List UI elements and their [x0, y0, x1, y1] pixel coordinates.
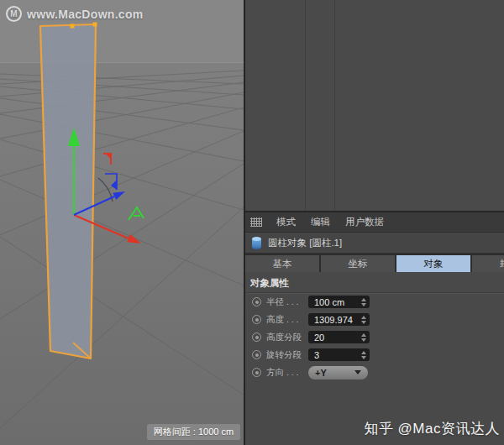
object-title: 圆柱对象 [圆柱.1]	[268, 237, 342, 249]
height-input[interactable]: 1309.974	[308, 313, 370, 326]
rotation-segments-input[interactable]: 3	[308, 348, 370, 361]
object-title-row: 圆柱对象 [圆柱.1]	[245, 233, 504, 254]
property-label: 高度 . . .	[266, 314, 302, 326]
empty-panel-area	[245, 0, 504, 212]
property-row-orientation: 方向 . . . +Y	[245, 364, 504, 381]
stepper-arrows-icon[interactable]	[361, 351, 366, 359]
chevron-down-icon	[354, 370, 361, 374]
radius-value[interactable]: 100 cm	[314, 297, 361, 307]
watermark-text: www.MacDown.com	[27, 8, 144, 21]
keyframe-circle-icon[interactable]	[252, 368, 261, 377]
menu-user-data[interactable]: 用户数据	[338, 216, 391, 228]
menu-mode[interactable]: 模式	[269, 216, 303, 228]
macdown-logo-icon: M	[6, 6, 22, 22]
keyframe-circle-icon[interactable]	[252, 297, 261, 306]
attribute-manager-panel: 模式 编辑 用户数据 圆柱对象 [圆柱.1] 基本 坐标 对象 封顶 对象属性 …	[244, 0, 504, 445]
object-properties-section: 对象属性 半径 . . . 100 cm 高度 . . . 1309.974 高…	[245, 272, 504, 442]
section-title: 对象属性	[245, 272, 504, 293]
property-label: 高度分段	[266, 332, 302, 343]
orientation-value: +Y	[315, 368, 354, 378]
property-label: 方向 . . .	[266, 367, 302, 379]
property-row-height: 高度 . . . 1309.974	[245, 311, 504, 328]
watermark-macdown: M www.MacDown.com	[6, 6, 144, 22]
attribute-menu-bar: 模式 编辑 用户数据	[245, 212, 504, 233]
orientation-dropdown[interactable]: +Y	[308, 366, 368, 380]
keyframe-circle-icon[interactable]	[252, 332, 261, 342]
panel-column-divider	[334, 0, 335, 211]
property-label: 半径 . . .	[266, 296, 302, 308]
stepper-arrows-icon[interactable]	[361, 298, 366, 306]
vertex-handle	[93, 23, 97, 27]
tab-basic[interactable]: 基本	[245, 255, 319, 272]
keyframe-circle-icon[interactable]	[252, 315, 261, 324]
tab-caps[interactable]: 封顶	[472, 255, 504, 272]
ground-background	[0, 62, 244, 445]
stepper-arrows-icon[interactable]	[361, 333, 366, 342]
attribute-tabs: 基本 坐标 对象 封顶	[245, 254, 504, 272]
cylinder-object[interactable]	[40, 23, 97, 359]
height-segments-input[interactable]: 20	[308, 331, 370, 343]
panel-column-divider	[305, 0, 306, 211]
property-row-rotation-segments: 旋转分段 3	[245, 346, 504, 364]
vertex-handle	[71, 24, 75, 29]
property-row-height-segments: 高度分段 20	[245, 328, 504, 346]
property-row-radius: 半径 . . . 100 cm	[245, 293, 504, 311]
viewport-canvas[interactable]	[0, 0, 244, 445]
cylinder-icon	[252, 237, 261, 249]
height-value[interactable]: 1309.974	[314, 315, 361, 325]
property-label: 旋转分段	[266, 349, 302, 361]
menu-edit[interactable]: 编辑	[303, 216, 338, 228]
tab-coordinates[interactable]: 坐标	[321, 255, 395, 272]
height-segments-value[interactable]: 20	[314, 332, 361, 343]
grid-spacing-label: 网格间距 : 1000 cm	[147, 424, 240, 440]
rotation-segments-value[interactable]: 3	[314, 350, 361, 360]
panel-grip-icon[interactable]	[250, 217, 262, 227]
watermark-zhihu: 知乎 @Mac资讯达人	[364, 419, 500, 438]
radius-input[interactable]: 100 cm	[308, 296, 370, 308]
stepper-arrows-icon[interactable]	[361, 316, 366, 324]
tab-object[interactable]: 对象	[396, 255, 470, 272]
viewport-3d[interactable]: M www.MacDown.com 网格间距 : 1000 cm	[0, 0, 244, 445]
keyframe-circle-icon[interactable]	[252, 350, 261, 359]
